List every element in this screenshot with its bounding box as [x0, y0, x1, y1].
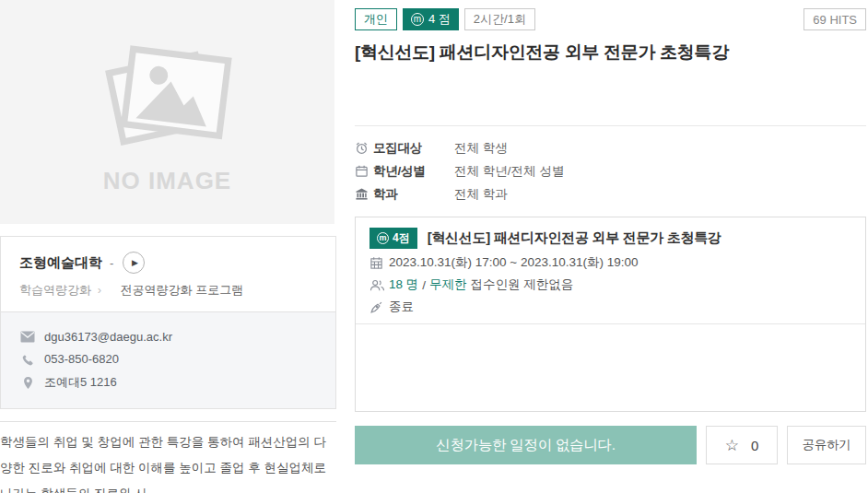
type-badge: 개인 — [355, 8, 397, 30]
capacity-max: 무제한 — [429, 276, 467, 293]
capacity-current: 18 명 — [389, 276, 418, 293]
info-value: 전체 학생 — [454, 140, 508, 157]
share-button[interactable]: 공유하기 — [787, 426, 866, 464]
schedule-card-main: m 4점 [혁신선도] 패션디자인전공 외부 전문가 초청특강 2023.10.… — [356, 217, 865, 323]
photo-icon — [89, 29, 246, 163]
capacity-separator: / — [422, 278, 426, 292]
pen-icon — [369, 300, 389, 314]
schedule-card: m 4점 [혁신선도] 패션디자인전공 외부 전문가 초청특강 2023.10.… — [355, 217, 866, 412]
chevron-right-icon: › — [98, 283, 101, 297]
organizer-email: dgu36173@daegu.ac.kr — [44, 330, 172, 344]
schedule-empty-area — [356, 323, 865, 411]
favorite-button[interactable]: ☆ 0 — [706, 426, 778, 464]
schedule-point-label: 4점 — [393, 230, 410, 246]
info-label: 학년/성별 — [373, 163, 454, 180]
star-icon: ☆ — [725, 436, 739, 455]
program-detail-page: NO IMAGE 조형예술대학 - ▶ 학습역량강화 › 전공역량강화 프로그램 — [0, 0, 868, 493]
schedule-status-row: 종료 — [369, 299, 851, 315]
calendar-grid-icon — [369, 256, 389, 270]
program-description: 학생들의 취업 및 창업에 관한 특강을 통하여 패션산업의 다양한 진로와 취… — [0, 421, 336, 493]
email-icon — [19, 331, 36, 343]
contact-email-row: dgu36173@daegu.ac.kr — [19, 330, 317, 344]
schedule-date-row: 2023.10.31(화) 17:00 ~ 2023.10.31(화) 19:0… — [369, 254, 851, 271]
schedule-capacity-row: 18 명 / 무제한 접수인원 제한없음 — [369, 276, 851, 293]
hits-badge: 69 HITS — [803, 8, 866, 30]
breadcrumb: 학습역량강화 › 전공역량강화 프로그램 — [19, 282, 317, 299]
info-value: 전체 학년/전체 성별 — [454, 163, 564, 180]
apply-button[interactable]: 신청가능한 일정이 없습니다. — [355, 426, 697, 464]
play-icon: ▶ — [132, 258, 138, 267]
schedule-status: 종료 — [389, 299, 414, 315]
left-column: NO IMAGE 조형예술대학 - ▶ 학습역량강화 › 전공역량강화 프로그램 — [0, 0, 336, 493]
organizer-card: 조형예술대학 - ▶ 학습역량강화 › 전공역량강화 프로그램 — [0, 236, 336, 409]
mileage-icon: m — [377, 232, 389, 244]
breadcrumb-parent: 학습역량강화 — [19, 283, 91, 297]
schedule-point-badge: m 4점 — [369, 228, 417, 249]
people-icon — [369, 278, 389, 292]
info-row-target: 모집대상 전체 학생 — [355, 136, 866, 159]
organizer-name: 조형예술대학 — [19, 254, 102, 272]
contact-location-row: 조예대5 1216 — [19, 374, 317, 391]
page-title: [혁신선도] 패션디자인전공 외부 전문가 초청특강 — [355, 41, 866, 65]
info-row-grade-gender: 학년/성별 전체 학년/전체 성별 — [355, 159, 866, 182]
map-pin-icon — [19, 376, 36, 390]
description-text: 학생들의 취업 및 창업에 관한 특강을 통하여 패션산업의 다양한 진로와 취… — [0, 429, 336, 493]
mileage-icon: m — [411, 13, 424, 26]
bank-icon — [355, 187, 373, 201]
info-label: 학과 — [373, 186, 454, 203]
organizer-location: 조예대5 1216 — [44, 374, 117, 391]
capacity-note: 접수인원 제한없음 — [471, 276, 574, 293]
schedule-date-range: 2023.10.31(화) 17:00 ~ 2023.10.31(화) 19:0… — [389, 254, 639, 271]
duration-badge: 2시간/1회 — [464, 8, 535, 30]
organizer-dash: - — [110, 256, 113, 270]
organizer-contact: dgu36173@daegu.ac.kr 053-850-6820 조예대5 1… — [1, 311, 335, 408]
organizer-header: 조형예술대학 - ▶ 학습역량강화 › 전공역량강화 프로그램 — [1, 237, 335, 311]
favorite-count: 0 — [751, 438, 758, 453]
phone-icon — [19, 353, 36, 366]
right-column: 개인 m 4 점 2시간/1회 69 HITS [혁신선도] 패션디자인전공 외… — [355, 0, 866, 464]
no-image-label: NO IMAGE — [103, 167, 231, 195]
organizer-phone: 053-850-6820 — [44, 352, 119, 366]
point-badge: m 4 점 — [403, 8, 459, 30]
calendar-icon — [355, 164, 373, 178]
info-row-department: 학과 전체 학과 — [355, 182, 866, 205]
schedule-title: [혁신선도] 패션디자인전공 외부 전문가 초청특강 — [428, 229, 721, 247]
play-button[interactable]: ▶ — [123, 252, 145, 274]
point-badge-label: 4 점 — [428, 12, 451, 27]
badges-row: 개인 m 4 점 2시간/1회 69 HITS — [355, 8, 866, 30]
program-info-section: 모집대상 전체 학생 학년/성별 전체 학년/전체 성별 학과 전체 학과 — [355, 125, 866, 205]
info-label: 모집대상 — [373, 140, 454, 157]
alarm-clock-icon — [355, 141, 373, 155]
actions-row: 신청가능한 일정이 없습니다. ☆ 0 공유하기 — [355, 426, 866, 464]
contact-phone-row: 053-850-6820 — [19, 352, 317, 366]
info-value: 전체 학과 — [454, 186, 508, 203]
breadcrumb-child: 전공역량강화 프로그램 — [121, 283, 244, 297]
no-image-placeholder: NO IMAGE — [0, 0, 334, 224]
